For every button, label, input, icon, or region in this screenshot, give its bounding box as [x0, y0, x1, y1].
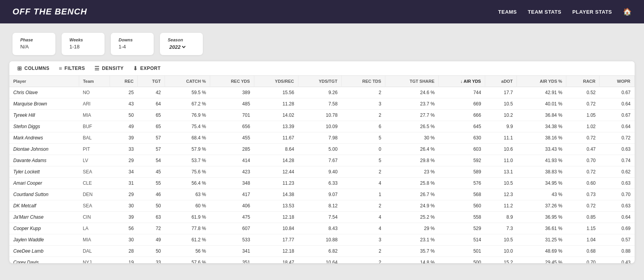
table-cell: 1 [341, 189, 385, 200]
col-wopr[interactable]: WOPR [600, 76, 635, 87]
col-air-yds-pct[interactable]: AIR YDS % [517, 76, 566, 87]
table-cell: 39 [110, 132, 138, 144]
table-cell: CeeDee Lamb [9, 246, 79, 257]
table-toolbar: ⊞ COLUMNS ≡ FILTERS ☰ DENSITY ⬇ EXPORT [9, 61, 635, 76]
table-cell: 36.61 % [517, 223, 566, 234]
col-air-yds[interactable]: ↓ AIR YDS [438, 76, 485, 87]
weeks-filter[interactable]: Weeks 1-18 [62, 33, 105, 55]
nav-teams[interactable]: TEAMS [498, 9, 517, 15]
table-cell: 33.43 % [517, 144, 566, 155]
table-cell: 2 [341, 257, 385, 264]
table-cell: 40.01 % [517, 98, 566, 110]
filters-bar: Phase N/A Weeks 1-18 Downs 1-4 Season 20… [0, 23, 644, 61]
table-cell: Ja'Marr Chase [9, 212, 79, 223]
table-cell: PIT [79, 144, 110, 155]
columns-button[interactable]: ⊞ COLUMNS [17, 65, 50, 71]
phase-label: Phase [20, 37, 48, 42]
season-select[interactable]: 2022 2021 2020 2019 [168, 44, 187, 50]
col-player[interactable]: Player [9, 76, 79, 87]
home-icon[interactable]: 🏠 [623, 7, 632, 16]
table-cell: 10.6 [485, 144, 516, 155]
table-cell: 8.64 [254, 144, 298, 155]
table-cell: MIA [79, 110, 110, 121]
table-cell: 23.7 % [385, 98, 438, 110]
table-cell: 0.47 [566, 144, 600, 155]
nav-team-stats[interactable]: TEAM STATS [528, 9, 561, 15]
table-cell: SEA [79, 166, 110, 178]
table-cell: ARI [79, 98, 110, 110]
col-yds-tgt[interactable]: YDS/TGT [298, 76, 341, 87]
table-cell: 12.44 [254, 166, 298, 178]
export-button[interactable]: ⬇ EXPORT [133, 65, 161, 71]
columns-icon: ⊞ [17, 65, 22, 71]
col-rec-tds[interactable]: REC TDS [341, 76, 385, 87]
table-cell: 29.45 % [517, 257, 566, 264]
table-cell: 42 [138, 87, 165, 98]
table-cell: 10.2 [485, 110, 516, 121]
table-cell: 656 [210, 121, 254, 132]
table-cell: 53.7 % [165, 155, 210, 166]
table-row: Corey DavisNYJ193357.6 %35118.4710.64214… [9, 257, 635, 264]
table-cell: 6 [341, 121, 385, 132]
table-cell: 25.8 % [385, 178, 438, 189]
table-cell: 29.8 % [385, 155, 438, 166]
table-cell: 2 [341, 200, 385, 212]
table-scroll-wrapper[interactable]: Player Team REC TGT CATCH % REC YDS YDS/… [9, 76, 635, 263]
filters-button[interactable]: ≡ FILTERS [59, 65, 85, 71]
table-cell: DAL [79, 246, 110, 257]
col-tgt-share[interactable]: TGT SHARE [385, 76, 438, 87]
col-team[interactable]: Team [79, 76, 110, 87]
table-cell: 10.5 [485, 98, 516, 110]
table-cell: 701 [210, 110, 254, 121]
table-cell: 48.69 % [517, 246, 566, 257]
table-cell: 0.63 [600, 200, 635, 212]
table-cell: 10.64 [298, 257, 341, 264]
table-container: ⊞ COLUMNS ≡ FILTERS ☰ DENSITY ⬇ EXPORT P… [9, 61, 635, 263]
table-cell: 0.64 [600, 212, 635, 223]
table-cell: 7.58 [298, 98, 341, 110]
table-cell: 630 [438, 132, 485, 144]
col-tgt[interactable]: TGT [138, 76, 165, 87]
table-cell: 61.9 % [165, 212, 210, 223]
season-filter[interactable]: Season 2022 2021 2020 2019 [160, 33, 203, 55]
downs-filter[interactable]: Downs 1-4 [111, 33, 154, 55]
table-cell: 72 [138, 223, 165, 234]
col-racr[interactable]: RACR [566, 76, 600, 87]
stats-table: Player Team REC TGT CATCH % REC YDS YDS/… [9, 76, 635, 263]
col-catch-pct[interactable]: CATCH % [165, 76, 210, 87]
table-cell: 18.47 [254, 257, 298, 264]
table-cell: 50 [138, 200, 165, 212]
table-cell: 57 [138, 132, 165, 144]
weeks-label: Weeks [69, 37, 97, 42]
nav-player-stats[interactable]: PLAYER STATS [572, 9, 612, 15]
table-cell: 2 [341, 110, 385, 121]
table-cell: 1.05 [566, 110, 600, 121]
table-cell: 63 [138, 212, 165, 223]
col-adot[interactable]: aDOT [485, 76, 516, 87]
table-cell: 2 [341, 246, 385, 257]
table-cell: 455 [210, 132, 254, 144]
table-cell: 56 [110, 223, 138, 234]
col-rec[interactable]: REC [110, 76, 138, 87]
downs-label: Downs [119, 37, 146, 42]
col-yds-rec[interactable]: YDS/REC [254, 76, 298, 87]
season-select-wrapper: 2022 2021 2020 2019 [168, 44, 195, 50]
density-button[interactable]: ☰ DENSITY [94, 65, 124, 71]
navbar: Off The Bench TEAMS TEAM STATS PLAYER ST… [0, 0, 644, 23]
table-cell: 423 [210, 166, 254, 178]
table-cell: 11.2 [485, 200, 516, 212]
table-cell: BAL [79, 132, 110, 144]
table-cell: 23.1 % [385, 234, 438, 246]
table-row: Cooper KuppLA567277.8 %60710.848.43429 %… [9, 223, 635, 234]
table-cell: 10.5 [485, 234, 516, 246]
table-cell: 12.18 [254, 246, 298, 257]
table-cell: BUF [79, 121, 110, 132]
table-cell: 9.9 [485, 121, 516, 132]
table-cell: 24.6 % [385, 87, 438, 98]
table-cell: 77.8 % [165, 223, 210, 234]
table-cell: 12.3 [485, 189, 516, 200]
col-rec-yds[interactable]: REC YDS [210, 76, 254, 87]
table-cell: 9.40 [298, 166, 341, 178]
table-cell: 75.6 % [165, 166, 210, 178]
table-cell: 11.1 [485, 132, 516, 144]
